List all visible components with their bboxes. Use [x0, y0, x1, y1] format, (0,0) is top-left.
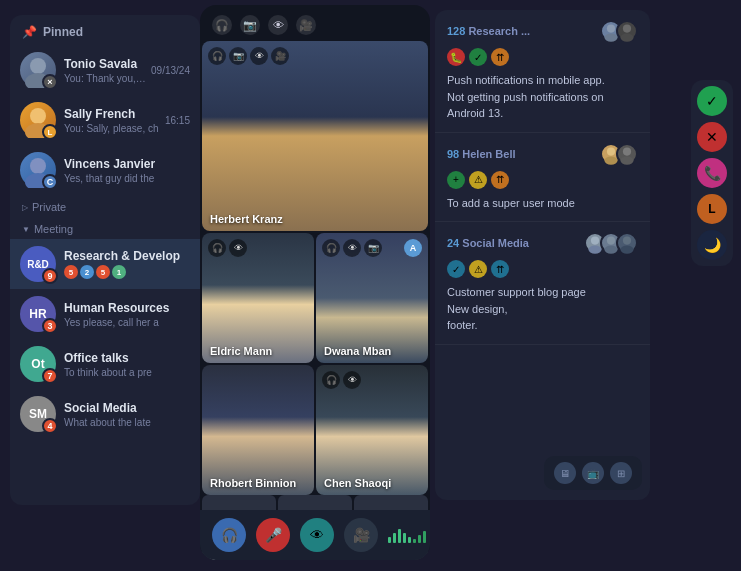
ticket-128-bug-icon: 🐛 [447, 48, 465, 66]
video-cell-dwana: 🎧 👁 📷 A Dwana Mban [316, 233, 428, 363]
herbert-overlay: 🎧 📷 👁 🎥 [208, 47, 289, 65]
rd-sub-badge-2: 2 [80, 265, 94, 279]
headphone-icon[interactable]: 🎧 [212, 15, 232, 35]
rhobert-name: Rhobert Binnion [210, 477, 296, 489]
ticket-128-body: Push notifications in mobile app.Not get… [447, 72, 638, 122]
video-control-btn[interactable]: 🎥 [344, 518, 378, 552]
ticket-24-warn-icon: ⚠ [469, 260, 487, 278]
chat-list-panel: 📌 Pinned × Tonio Savala You: Thank you, … [10, 15, 200, 505]
chat-item-rd[interactable]: R&D 9 Research & Develop 5 2 5 1 [10, 239, 200, 289]
ticket-98-icons: + ⚠ ⇈ [447, 171, 638, 189]
avatar-vincens: C [20, 152, 56, 188]
video-cell-chen: 🎧 👁 Chen Shaoqi [316, 365, 428, 495]
ot-info: Office talks To think about a pre [64, 351, 190, 378]
quick-label-btn[interactable]: L [697, 194, 727, 224]
quick-actions-panel: ✓ ✕ 📞 L 🌙 [691, 80, 733, 266]
mute-control-btn[interactable]: 🎤 [256, 518, 290, 552]
tonio-info: Tonio Savala You: Thank you, Tonio! [64, 57, 147, 84]
svg-point-18 [623, 236, 631, 244]
ticket-grid-icon[interactable]: ⊞ [610, 462, 632, 484]
eye-control-btn[interactable]: 👁 [300, 518, 334, 552]
ticket-128-avatars [604, 20, 638, 42]
chat-item-vincens[interactable]: C Vincens Janvier Yes, that guy did the [10, 145, 200, 195]
private-label: Private [32, 201, 66, 213]
chat-item-sally[interactable]: L Sally French You: Sally, please, ch 16… [10, 95, 200, 145]
herbert-name: Herbert Kranz [210, 213, 283, 225]
svg-point-4 [30, 158, 46, 174]
ticket-24-id: 24 Social Media [447, 237, 529, 249]
sm-name: Social Media [64, 401, 190, 415]
sm-preview: What about the late [64, 417, 190, 428]
vid-icon: 🎥 [271, 47, 289, 65]
ticket-24-header: 24 Social Media [447, 232, 638, 254]
meeting-label: Meeting [34, 223, 73, 235]
quick-call-btn[interactable]: 📞 [697, 158, 727, 188]
video-call-panel: 🎧 📷 👁 🎥 🎧 📷 👁 🎥 Herbert Kranz 🎧 👁 Eldric… [200, 5, 430, 560]
rd-name: Research & Develop [64, 249, 190, 263]
pin-icon: 📌 [22, 25, 37, 39]
video-icon[interactable]: 🎥 [296, 15, 316, 35]
ticket-monitor-icon[interactable]: 📺 [582, 462, 604, 484]
eye2-icon: 👁 [250, 47, 268, 65]
ticket-98-header: 98 Helen Bell [447, 143, 638, 165]
rd-sub-badge-3: 5 [96, 265, 110, 279]
quick-night-btn[interactable]: 🌙 [697, 230, 727, 260]
ot-preview: To think about a pre [64, 367, 190, 378]
svg-point-12 [623, 147, 631, 155]
avatar-rd: R&D 9 [20, 246, 56, 282]
quick-confirm-btn[interactable]: ✓ [697, 86, 727, 116]
dwana-badge-a: A [404, 239, 422, 257]
dwana-mic-icon: 🎧 [322, 239, 340, 257]
ticket-card-98: 98 Helen Bell + ⚠ ⇈ [435, 133, 650, 223]
ticket-24-avatar-3-img [618, 232, 636, 254]
chat-item-tonio[interactable]: × Tonio Savala You: Thank you, Tonio! 09… [10, 45, 200, 95]
ticket-98-share-icon: ⇈ [491, 171, 509, 189]
svg-point-7 [604, 33, 617, 41]
tonio-preview: You: Thank you, Tonio! [64, 73, 147, 84]
tonio-name: Tonio Savala [64, 57, 147, 71]
ticket-24-avatars [588, 232, 638, 254]
svg-point-13 [620, 156, 633, 164]
ticket-24-icons: ✓ ⚠ ⇈ [447, 260, 638, 278]
ticket-128-icons: 🐛 ✓ ⇈ [447, 48, 638, 66]
chen-name: Chen Shaoqi [324, 477, 391, 489]
vincens-preview: Yes, that guy did the [64, 173, 190, 184]
ticket-98-avatar-2-img [618, 143, 636, 165]
sally-preview: You: Sally, please, ch [64, 123, 161, 134]
meeting-tri-icon: ▼ [22, 225, 30, 234]
ot-badge: 7 [42, 368, 58, 384]
eldric-overlay: 🎧 👁 [208, 239, 247, 257]
mic-control-btn[interactable]: 🎧 [212, 518, 246, 552]
avatar-tonio: × [20, 52, 56, 88]
video-toolbar: 🎧 📷 👁 🎥 [200, 5, 430, 41]
quick-cancel-btn[interactable]: ✕ [697, 122, 727, 152]
ticket-screen-icon[interactable]: 🖥 [554, 462, 576, 484]
audio-level-bars [388, 527, 426, 543]
rd-sub-badges: 5 2 5 1 [64, 265, 190, 279]
audio-bar-6 [413, 539, 416, 543]
dwana-name: Dwana Mban [324, 345, 391, 357]
chen-overlay: 🎧 👁 [322, 371, 361, 389]
tonio-badge-x: × [42, 74, 58, 90]
call-controls-bar: 🎧 🎤 👁 🎥 ⏺ ⌄ [200, 510, 430, 560]
eye-icon[interactable]: 👁 [268, 15, 288, 35]
chat-item-hr[interactable]: HR 3 Human Resources Yes please, call he… [10, 289, 200, 339]
eldric-eye-icon: 👁 [229, 239, 247, 257]
svg-point-9 [620, 33, 633, 41]
ticket-24-body: Customer support blog pageNew design,foo… [447, 284, 638, 334]
rd-badge: 9 [42, 268, 58, 284]
audio-bar-2 [393, 533, 396, 543]
chat-item-sm[interactable]: SM 4 Social Media What about the late [10, 389, 200, 439]
ticket-128-avatar-2-img [618, 20, 636, 42]
ticket-24-num: 24 [447, 237, 459, 249]
camera-icon[interactable]: 📷 [240, 15, 260, 35]
chen-mic-icon: 🎧 [322, 371, 340, 389]
hr-name: Human Resources [64, 301, 190, 315]
hr-info: Human Resources Yes please, call her a [64, 301, 190, 328]
ot-name: Office talks [64, 351, 190, 365]
chat-item-ot[interactable]: Ot 7 Office talks To think about a pre [10, 339, 200, 389]
ticket-24-avatar-3 [616, 232, 638, 254]
meeting-section: ▼ Meeting [10, 217, 200, 239]
private-tri-icon: ▷ [22, 203, 28, 212]
ticket-98-avatar-2 [616, 143, 638, 165]
